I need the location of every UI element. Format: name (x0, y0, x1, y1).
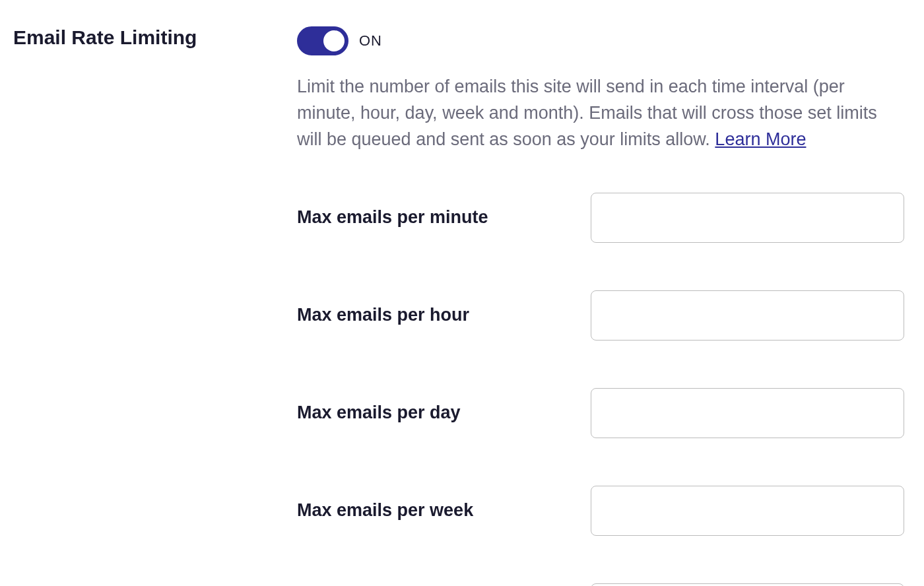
section-heading: Email Rate Limiting (13, 26, 297, 49)
toggle-state-label: ON (359, 32, 382, 49)
field-row-week: Max emails per week (297, 486, 904, 536)
rate-limiting-toggle-row: ON (297, 26, 904, 55)
field-row-hour: Max emails per hour (297, 290, 904, 341)
email-rate-limiting-section: Email Rate Limiting ON Limit the number … (13, 26, 911, 586)
rate-limiting-toggle[interactable] (297, 26, 348, 55)
max-per-minute-label: Max emails per minute (297, 207, 571, 228)
max-per-hour-input[interactable] (591, 290, 904, 341)
toggle-knob-icon (323, 30, 345, 51)
max-per-week-input[interactable] (591, 486, 904, 536)
field-row-minute: Max emails per minute (297, 193, 904, 243)
max-per-day-label: Max emails per day (297, 403, 571, 423)
section-heading-column: Email Rate Limiting (13, 26, 297, 49)
field-row-day: Max emails per day (297, 388, 904, 438)
max-per-hour-label: Max emails per hour (297, 305, 571, 325)
field-row-month: Max emails per month (297, 583, 904, 586)
rate-limiting-description: Limit the number of emails this site wil… (297, 74, 904, 153)
rate-limit-fields: Max emails per minute Max emails per hou… (297, 193, 904, 586)
max-per-day-input[interactable] (591, 388, 904, 438)
learn-more-link[interactable]: Learn More (715, 129, 806, 149)
max-per-month-input[interactable] (591, 583, 904, 586)
max-per-minute-input[interactable] (591, 193, 904, 243)
max-per-week-label: Max emails per week (297, 500, 571, 521)
section-content-column: ON Limit the number of emails this site … (297, 26, 904, 586)
